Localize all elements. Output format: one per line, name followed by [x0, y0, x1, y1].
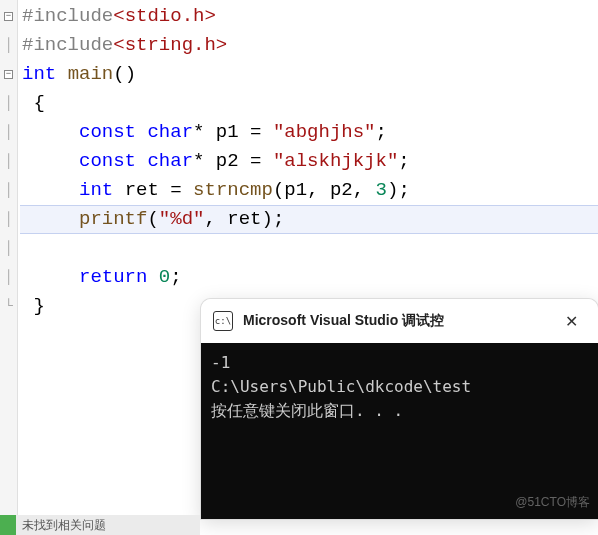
- console-line: C:\Users\Public\dkcode\test: [211, 377, 471, 396]
- fold-gutter: − │ − │ │ │ │ │ │ │ └: [0, 0, 18, 535]
- fold-icon[interactable]: −: [4, 70, 13, 79]
- code-line[interactable]: int ret = strncmp(p1, p2, 3);: [20, 176, 598, 205]
- code-line[interactable]: return 0;: [20, 263, 598, 292]
- fold-icon[interactable]: −: [4, 12, 13, 21]
- code-line-current[interactable]: printf("%d", ret);: [20, 205, 598, 234]
- code-line[interactable]: [20, 234, 598, 263]
- status-text: 未找到相关问题: [16, 515, 200, 535]
- console-icon: c:\: [213, 311, 233, 331]
- code-line[interactable]: const char* p1 = "abghjhs";: [20, 118, 598, 147]
- status-indicator: [0, 515, 16, 535]
- status-bar: 未找到相关问题: [0, 515, 200, 535]
- debug-console-window[interactable]: c:\ Microsoft Visual Studio 调试控 ✕ -1 C:\…: [201, 299, 598, 519]
- console-titlebar[interactable]: c:\ Microsoft Visual Studio 调试控 ✕: [201, 299, 598, 343]
- code-line[interactable]: {: [20, 89, 598, 118]
- console-line: 按任意键关闭此窗口. . .: [211, 401, 403, 420]
- code-line[interactable]: #include<string.h>: [20, 31, 598, 60]
- close-icon[interactable]: ✕: [557, 308, 586, 335]
- console-line: -1: [211, 353, 230, 372]
- code-line[interactable]: const char* p2 = "alskhjkjk";: [20, 147, 598, 176]
- watermark: @51CTO博客: [515, 494, 590, 511]
- code-line[interactable]: #include<stdio.h>: [20, 2, 598, 31]
- code-line[interactable]: int main(): [20, 60, 598, 89]
- console-output[interactable]: -1 C:\Users\Public\dkcode\test 按任意键关闭此窗口…: [201, 343, 598, 519]
- console-title: Microsoft Visual Studio 调试控: [243, 312, 547, 330]
